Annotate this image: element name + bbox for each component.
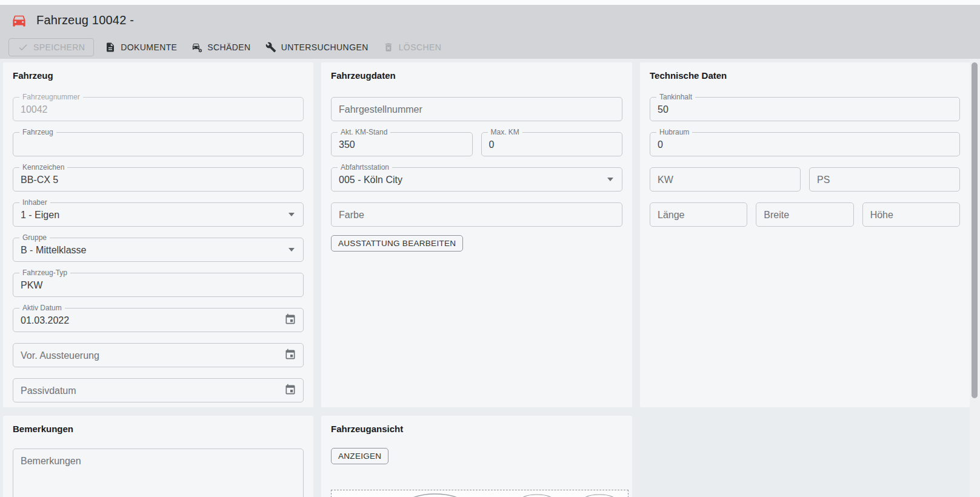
caret-down-icon — [288, 248, 295, 252]
car-outline-sketch — [519, 493, 555, 497]
toolbar: SPEICHERN DOKUMENTE SCHÄDEN UNTERSUCHUNG… — [0, 35, 980, 59]
field-fahrzeug: Fahrzeug — [13, 132, 304, 156]
passivdatum-input[interactable] — [13, 379, 284, 402]
show-button[interactable]: ANZEIGEN — [331, 448, 388, 464]
documents-label: DOKUMENTE — [121, 42, 177, 52]
field-aktiv-datum: Aktiv Datum — [13, 308, 304, 332]
documents-button[interactable]: DOKUMENTE — [98, 38, 184, 56]
panel-fahrzeugdaten-title: Fahrzeugdaten — [331, 70, 622, 82]
akt-km-stand-label: Akt. KM-Stand — [338, 128, 390, 137]
check-icon — [18, 42, 28, 53]
panel-fahrzeugansicht: Fahrzeugansicht ANZEIGEN — [321, 416, 632, 497]
tankinhalt-label: Tankinhalt — [656, 93, 695, 102]
abfahrtsstation-select[interactable]: Abfahrtsstation 005 - Köln City — [331, 167, 622, 192]
inhaber-select[interactable]: Inhaber 1 - Eigen — [13, 202, 304, 227]
panel-fahrzeug: Fahrzeug Fahrzeugnummer Fahrzeug Kennzei… — [3, 62, 313, 407]
field-hoehe — [862, 202, 960, 227]
field-fahrzeug-typ: Fahrzeug-Typ — [13, 273, 304, 297]
calendar-icon[interactable] — [284, 313, 297, 327]
fahrzeug-typ-label: Fahrzeug-Typ — [19, 269, 70, 278]
field-fahrzeugnummer: Fahrzeugnummer — [13, 97, 304, 121]
gruppe-label: Gruppe — [19, 233, 50, 242]
scrollbar-thumb[interactable] — [972, 62, 978, 398]
save-label: SPEICHERN — [33, 42, 85, 52]
save-button[interactable]: SPEICHERN — [8, 38, 94, 56]
panel-fahrzeugdaten: Fahrzeugdaten Akt. KM-Stand Max. KM Abfa… — [321, 62, 632, 407]
panel-technische-daten: Technische Daten Tankinhalt Hubraum — [640, 62, 970, 407]
field-kw — [650, 167, 801, 192]
vehicle-diagram-area — [331, 490, 628, 497]
remarks-textarea[interactable] — [13, 449, 304, 497]
damages-label: SCHÄDEN — [207, 42, 250, 52]
wrench-icon — [265, 42, 276, 53]
field-tankinhalt: Tankinhalt — [650, 97, 960, 121]
page-title: Fahrzeug 10042 - — [36, 13, 134, 27]
panel-bemerkungen-title: Bemerkungen — [13, 423, 304, 435]
trash-icon — [383, 42, 394, 53]
abfahrtsstation-label: Abfahrtsstation — [338, 163, 392, 172]
fahrzeug-label: Fahrzeug — [19, 128, 56, 137]
equipment-edit-button[interactable]: AUSSTATTUNG BEARBEITEN — [331, 235, 463, 252]
hubraum-input[interactable] — [650, 133, 959, 156]
field-vor-aussteuerung — [13, 343, 304, 367]
fahrzeugnummer-label: Fahrzeugnummer — [19, 93, 83, 102]
delete-button[interactable]: LÖSCHEN — [376, 38, 448, 56]
gruppe-select[interactable]: Gruppe B - Mittelklasse — [13, 238, 304, 262]
fahrgestellnummer-input[interactable] — [332, 98, 622, 121]
breite-input[interactable] — [756, 203, 853, 226]
document-icon — [105, 42, 116, 53]
field-kennzeichen: Kennzeichen — [13, 167, 304, 192]
fahrzeug-input[interactable] — [13, 133, 303, 156]
field-breite — [756, 202, 853, 227]
delete-label: LÖSCHEN — [399, 42, 441, 52]
top-strip — [0, 0, 980, 5]
abfahrtsstation-value: 005 - Köln City — [332, 173, 607, 185]
field-hubraum: Hubraum — [650, 132, 960, 156]
caret-down-icon — [288, 213, 295, 216]
inhaber-value: 1 - Eigen — [13, 208, 288, 221]
gruppe-value: B - Mittelklasse — [13, 244, 288, 256]
kw-input[interactable] — [650, 168, 800, 191]
inspections-label: UNTERSUCHUNGEN — [281, 42, 368, 52]
damages-button[interactable]: SCHÄDEN — [184, 38, 258, 56]
vehicle-detail-page: Fahrzeug 10042 - SPEICHERN DOKUMENTE SCH… — [0, 0, 980, 497]
field-farbe — [331, 202, 622, 227]
field-passivdatum — [13, 378, 304, 402]
hubraum-label: Hubraum — [656, 128, 692, 137]
inspections-button[interactable]: UNTERSUCHUNGEN — [258, 38, 376, 56]
ps-input[interactable] — [810, 168, 959, 191]
title-row: Fahrzeug 10042 - — [0, 5, 980, 35]
hoehe-input[interactable] — [863, 203, 959, 226]
laenge-input[interactable] — [650, 203, 747, 226]
aktiv-datum-label: Aktiv Datum — [19, 304, 65, 313]
car-gear-icon — [192, 42, 202, 53]
car-outline-sketch — [581, 493, 618, 497]
field-laenge — [650, 202, 747, 227]
panel-technische-daten-title: Technische Daten — [650, 70, 960, 82]
farbe-input[interactable] — [332, 203, 622, 226]
car-icon — [11, 12, 27, 28]
calendar-icon[interactable] — [284, 384, 297, 397]
header: Fahrzeug 10042 - SPEICHERN DOKUMENTE SCH… — [0, 5, 980, 59]
panel-fahrzeug-title: Fahrzeug — [13, 70, 304, 82]
scrollbar[interactable] — [970, 59, 980, 497]
panel-fahrzeugansicht-title: Fahrzeugansicht — [331, 423, 622, 435]
inhaber-label: Inhaber — [19, 198, 50, 207]
field-akt-km-stand: Akt. KM-Stand — [331, 132, 473, 156]
car-outline-sketch — [407, 493, 462, 497]
max-km-label: Max. KM — [488, 128, 522, 137]
vor-aussteuerung-input[interactable] — [13, 344, 284, 367]
kennzeichen-label: Kennzeichen — [19, 163, 67, 172]
caret-down-icon — [607, 178, 613, 181]
panel-bemerkungen: Bemerkungen — [3, 416, 313, 497]
field-max-km: Max. KM — [481, 132, 623, 156]
tankinhalt-input[interactable] — [650, 98, 959, 121]
calendar-icon[interactable] — [284, 349, 297, 362]
field-fahrgestellnummer — [331, 97, 622, 121]
field-ps — [809, 167, 960, 192]
